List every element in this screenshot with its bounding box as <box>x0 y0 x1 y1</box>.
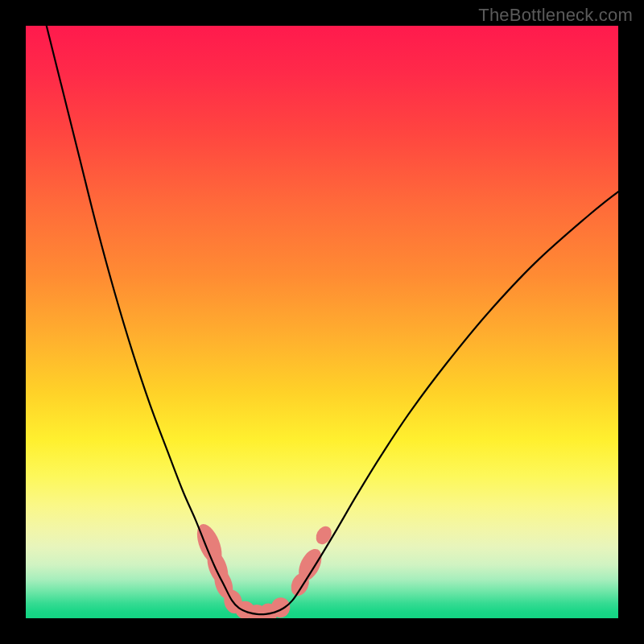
bottleneck-curve <box>47 26 618 614</box>
highlight-marker <box>313 523 335 547</box>
outer-frame: TheBottleneck.com <box>0 0 644 644</box>
chart-svg <box>26 26 618 618</box>
watermark-text: TheBottleneck.com <box>478 5 633 26</box>
plot-area <box>26 26 618 618</box>
